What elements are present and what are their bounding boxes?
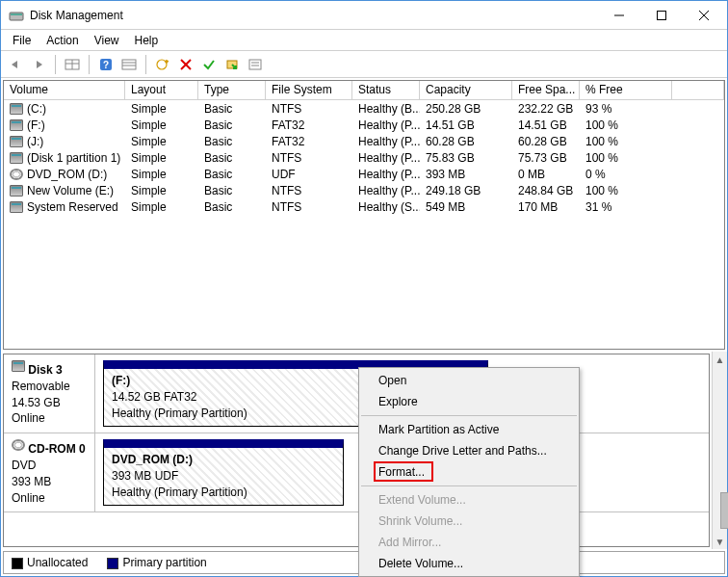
context-menu-item[interactable]: Mark Partition as Active (359, 419, 579, 440)
disk-row: CD-ROM 0DVD393 MBOnlineDVD_ROM (D:)393 M… (4, 433, 709, 512)
disk-icon (10, 201, 23, 213)
svg-rect-1 (11, 13, 22, 15)
back-button[interactable] (5, 54, 26, 75)
svg-rect-19 (249, 60, 261, 69)
table-row[interactable]: (F:)SimpleBasicFAT32Healthy (P...14.51 G… (4, 117, 724, 133)
check-icon[interactable] (198, 54, 220, 75)
disk-icon (10, 136, 23, 147)
disk-icon (10, 185, 23, 197)
partition[interactable]: DVD_ROM (D:)393 MB UDFHealthy (Primary P… (103, 439, 344, 506)
menu-view[interactable]: View (87, 32, 127, 49)
titlebar: Disk Management (1, 1, 727, 30)
volume-rows: (C:)SimpleBasicNTFSHealthy (B...250.28 G… (4, 100, 724, 349)
disk-pane: Disk 3Removable14.53 GBOnline(F:)14.52 G… (3, 354, 710, 547)
menu-file[interactable]: File (5, 32, 39, 49)
column-header[interactable]: Type (198, 81, 266, 99)
scroll-down-icon[interactable]: ▼ (713, 534, 727, 549)
legend-swatch-unallocated (12, 558, 23, 569)
context-menu: OpenExploreMark Partition as ActiveChang… (358, 367, 580, 577)
legend-swatch-primary (107, 558, 118, 569)
volume-list: VolumeLayoutTypeFile SystemStatusCapacit… (3, 80, 725, 350)
context-menu-item[interactable]: Change Drive Letter and Paths... (359, 440, 579, 461)
window-title: Disk Management (30, 9, 598, 22)
context-menu-item: Add Mirror... (359, 532, 579, 553)
disk-row: Disk 3Removable14.53 GBOnline(F:)14.52 G… (4, 354, 709, 433)
maximize-button[interactable] (640, 2, 683, 29)
menu-action[interactable]: Action (39, 32, 86, 49)
volume-header-row: VolumeLayoutTypeFile SystemStatusCapacit… (4, 81, 724, 100)
disk-icon (10, 103, 23, 115)
table-row[interactable]: New Volume (E:)SimpleBasicNTFSHealthy (P… (4, 182, 724, 198)
app-icon (9, 8, 24, 23)
menubar: FileActionViewHelp (1, 30, 727, 51)
delete-icon[interactable] (175, 54, 196, 75)
disk-icon (10, 119, 23, 131)
close-button[interactable] (683, 2, 725, 29)
context-menu-item[interactable]: Delete Volume... (359, 553, 579, 574)
explore-icon[interactable] (221, 54, 243, 75)
table-view-icon[interactable] (62, 54, 83, 75)
disk-label[interactable]: Disk 3Removable14.53 GBOnline (4, 354, 95, 433)
dvd-icon (12, 439, 25, 451)
column-header[interactable]: Capacity (420, 81, 512, 99)
legend-unallocated-label: Unallocated (27, 556, 88, 569)
vertical-scrollbar[interactable]: ▲ ▼ (712, 352, 727, 549)
context-menu-item[interactable]: Format... (359, 461, 579, 483)
toolbar: ? (1, 51, 727, 78)
dvd-icon (10, 169, 23, 180)
minimize-button[interactable] (598, 2, 640, 29)
svg-point-14 (157, 60, 167, 69)
svg-text:?: ? (103, 60, 109, 70)
context-menu-item[interactable]: Explore (359, 391, 579, 412)
menu-help[interactable]: Help (127, 32, 167, 49)
svg-rect-15 (165, 59, 169, 63)
context-menu-item: Extend Volume... (359, 489, 579, 511)
disk-icon (10, 152, 23, 164)
forward-button[interactable] (28, 54, 49, 75)
column-header[interactable]: Free Spa... (512, 81, 580, 99)
help-icon[interactable]: ? (95, 54, 117, 75)
context-menu-item[interactable]: Open (359, 370, 579, 391)
column-header[interactable]: Volume (4, 81, 125, 99)
table-row[interactable]: (J:)SimpleBasicFAT32Healthy (P...60.28 G… (4, 133, 724, 149)
table-row[interactable]: (Disk 1 partition 1)SimpleBasicNTFSHealt… (4, 149, 724, 166)
disk-management-window: Disk Management FileActionViewHelp ? Vol… (0, 0, 728, 577)
table-row[interactable]: (C:)SimpleBasicNTFSHealthy (B...250.28 G… (4, 100, 724, 117)
list-icon[interactable] (118, 54, 140, 75)
disk-icon (12, 360, 25, 372)
table-row[interactable]: System ReservedSimpleBasicNTFSHealthy (S… (4, 198, 724, 215)
svg-rect-3 (658, 11, 666, 19)
refresh-icon[interactable] (152, 54, 173, 75)
column-header[interactable]: Layout (125, 81, 198, 99)
disk-label[interactable]: CD-ROM 0DVD393 MBOnline (4, 433, 95, 511)
column-header[interactable]: Status (352, 81, 420, 99)
column-header[interactable]: File System (266, 81, 352, 99)
properties-icon[interactable] (245, 54, 266, 75)
legend-primary-label: Primary partition (122, 556, 206, 569)
context-menu-item: Shrink Volume... (359, 511, 579, 532)
column-header[interactable]: % Free (580, 81, 672, 99)
svg-rect-11 (122, 60, 136, 69)
table-row[interactable]: DVD_ROM (D:)SimpleBasicUDFHealthy (P...3… (4, 166, 724, 182)
scroll-up-icon[interactable]: ▲ (713, 352, 727, 367)
